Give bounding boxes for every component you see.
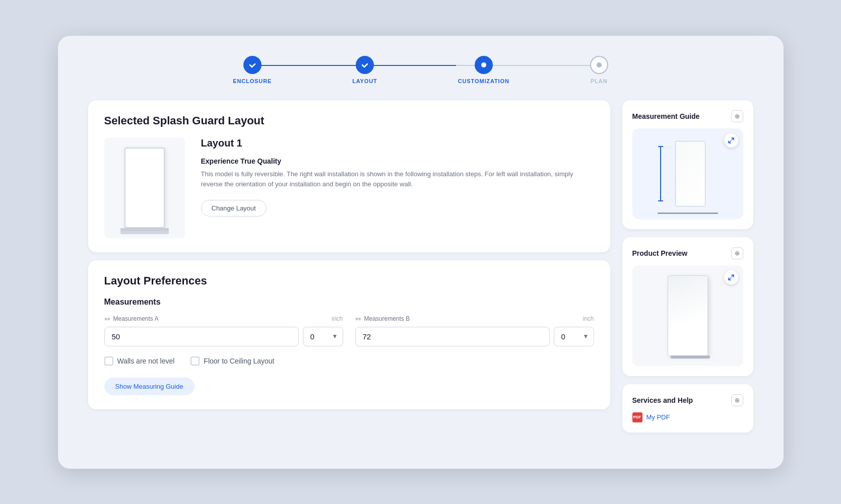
pdf-icon-text: PDF: [633, 415, 641, 419]
show-measuring-guide-button[interactable]: Show Measuring Guide: [104, 378, 195, 395]
checkbox-row: Walls are not level Floor to Ceiling Lay…: [104, 356, 594, 366]
layout-name: Layout 1: [201, 137, 594, 149]
step-enclosure[interactable]: ENCLOSURE: [233, 56, 272, 84]
measurement-guide-header: Measurement Guide ⊕: [632, 110, 743, 122]
measurement-b-label-row: ⇔ Measurements B inch: [355, 315, 594, 323]
step-circle-customization: [475, 56, 493, 74]
product-preview-image: [632, 265, 743, 366]
step-label-customization: CUSTOMIZATION: [458, 78, 509, 84]
measurement-a-unit: inch: [332, 315, 343, 322]
product-preview-title: Product Preview: [632, 249, 688, 257]
measurement-a-fraction-wrapper: 0 1/8 1/4 3/8 1/2 5/8 3/4 7/8 ▼: [303, 327, 343, 346]
layout-quality-title: Experience True Quality: [201, 157, 594, 165]
measurement-a-group: ⇔ Measurements A inch 0 1/8 1/4: [104, 315, 343, 346]
measurement-guide-image: [632, 128, 743, 219]
left-panel: Selected Splash Guard Layout Layout 1 Ex…: [88, 100, 610, 433]
measurement-a-inputs: 0 1/8 1/4 3/8 1/2 5/8 3/4 7/8 ▼: [104, 327, 343, 346]
step-plan[interactable]: PLAN: [590, 56, 608, 84]
layout-preferences-card: Layout Preferences Measurements ⇔ Measur…: [88, 260, 610, 409]
layout-image-container: [104, 137, 185, 238]
step-circle-plan: [590, 56, 608, 74]
measurements-row: ⇔ Measurements A inch 0 1/8 1/4: [104, 315, 594, 346]
product-preview-expand-button[interactable]: ⊕: [731, 247, 743, 259]
change-layout-button[interactable]: Change Layout: [201, 200, 267, 217]
services-links: PDF My PDF: [632, 412, 743, 422]
product-preview-header: Product Preview ⊕: [632, 247, 743, 259]
measurement-a-label-row: ⇔ Measurements A inch: [104, 315, 343, 323]
product-expand-overlay-button[interactable]: [724, 270, 738, 284]
stepper-steps: ENCLOSURE LAYOUT CUSTOMIZATION: [233, 56, 608, 84]
measurement-b-group: ⇔ Measurements B inch 0 1/8 1/4: [355, 315, 594, 346]
services-help-card: Services and Help ⊕ PDF My PDF: [622, 384, 753, 433]
measurement-b-label: Measurements B: [364, 315, 410, 322]
layout-info: Layout 1 Experience True Quality This mo…: [201, 137, 594, 217]
guide-expand-overlay-button[interactable]: [724, 133, 738, 148]
step-circle-layout: [356, 56, 374, 74]
measurement-guide-title: Measurement Guide: [632, 112, 700, 120]
step-label-plan: PLAN: [591, 78, 607, 84]
pdf-icon: PDF: [632, 412, 642, 422]
measurement-a-fraction-select[interactable]: 0 1/8 1/4 3/8 1/2 5/8 3/4 7/8: [303, 327, 343, 346]
measurement-a-icon: ⇔: [104, 315, 110, 323]
walls-not-level-box: [104, 356, 113, 366]
guide-line: [660, 146, 661, 201]
measurement-b-icon: ⇔: [355, 315, 361, 323]
measurements-subtitle: Measurements: [104, 298, 594, 307]
measurement-guide-card: Measurement Guide ⊕: [622, 100, 753, 229]
walls-not-level-checkbox[interactable]: Walls are not level: [104, 356, 175, 366]
services-help-header: Services and Help ⊕: [632, 394, 743, 406]
product-panel: [668, 275, 708, 356]
layout-description: This model is fully reversible. The righ…: [201, 169, 594, 190]
services-help-title: Services and Help: [632, 396, 693, 404]
measurement-a-input[interactable]: [104, 327, 299, 346]
right-panel: Measurement Guide ⊕: [622, 100, 753, 433]
main-layout: Selected Splash Guard Layout Layout 1 Ex…: [88, 100, 753, 433]
measurement-b-input[interactable]: [355, 327, 550, 346]
measurement-b-fraction-wrapper: 0 1/8 1/4 3/8 1/2 5/8 3/4 7/8 ▼: [554, 327, 594, 346]
layout-image: [124, 148, 165, 228]
guide-floor-line: [658, 212, 718, 214]
app-container: ENCLOSURE LAYOUT CUSTOMIZATION: [58, 36, 784, 469]
measurement-b-fraction-select[interactable]: 0 1/8 1/4 3/8 1/2 5/8 3/4 7/8: [554, 327, 594, 346]
measurement-b-unit: inch: [583, 315, 594, 322]
step-customization[interactable]: CUSTOMIZATION: [458, 56, 509, 84]
step-label-layout: LAYOUT: [352, 78, 377, 84]
selected-layout-card: Selected Splash Guard Layout Layout 1 Ex…: [88, 100, 610, 252]
services-help-expand-button[interactable]: ⊕: [731, 394, 743, 406]
selected-layout-title: Selected Splash Guard Layout: [104, 114, 594, 127]
step-label-enclosure: ENCLOSURE: [233, 78, 272, 84]
product-preview-card: Product Preview ⊕: [622, 237, 753, 376]
layout-preferences-title: Layout Preferences: [104, 274, 594, 287]
walls-not-level-label: Walls are not level: [117, 357, 175, 365]
measurement-guide-expand-button[interactable]: ⊕: [731, 110, 743, 122]
measurement-a-label: Measurements A: [113, 315, 159, 322]
guide-panel: [675, 141, 705, 206]
my-pdf-link[interactable]: PDF My PDF: [632, 412, 743, 422]
floor-to-ceiling-box: [190, 356, 200, 366]
stepper: ENCLOSURE LAYOUT CUSTOMIZATION: [88, 56, 753, 84]
step-circle-enclosure: [243, 56, 262, 74]
floor-to-ceiling-label: Floor to Ceiling Layout: [204, 357, 274, 365]
layout-selection: Layout 1 Experience True Quality This mo…: [104, 137, 594, 238]
measurement-b-inputs: 0 1/8 1/4 3/8 1/2 5/8 3/4 7/8 ▼: [355, 327, 594, 346]
step-layout[interactable]: LAYOUT: [352, 56, 377, 84]
floor-to-ceiling-checkbox[interactable]: Floor to Ceiling Layout: [190, 356, 274, 366]
pdf-link-label: My PDF: [646, 413, 670, 421]
